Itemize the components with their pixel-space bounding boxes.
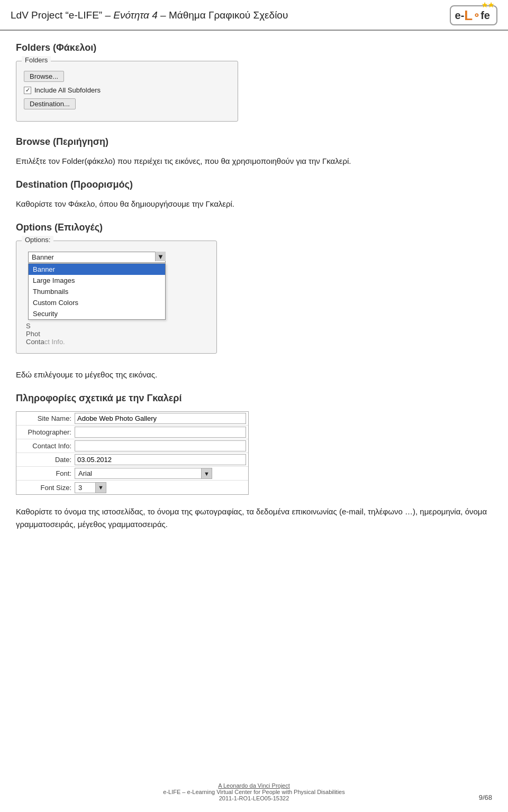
fontsize-dropdown-arrow[interactable]: ▼ (95, 483, 106, 493)
options-heading: Options (Επιλογές) (16, 222, 492, 233)
main-content: Folders (Φάκελοι) Folders Browse... ✓ In… (0, 42, 508, 556)
browse-heading: Browse (Περιήγηση) (16, 136, 492, 147)
page-number: 9/68 (479, 793, 492, 801)
dropdown-item-thumbnails[interactable]: Thumbnails (29, 286, 165, 297)
logo-e: e- (455, 10, 465, 22)
logo-area: ★★ e-L⚬fe (450, 5, 497, 25)
dropdown-item-custom-colors[interactable]: Custom Colors (29, 297, 165, 308)
gallery-row-fontsize: Font Size: 3 ▼ (16, 481, 248, 494)
footer-line2: e-LIFE – e-Learning Virtual Center for P… (0, 789, 508, 795)
gallery-label-font: Font: (16, 469, 75, 477)
gallery-input-contact[interactable] (75, 440, 246, 451)
options-dropdown-list: Banner Large Images Thumbnails Custom Co… (28, 263, 166, 320)
options-select-row: Banner ▼ Banner Large Images Thumbnails … (24, 252, 209, 263)
options-panel: Options: Banner ▼ Banner Large Images Th… (16, 241, 217, 354)
dropdown-item-banner[interactable]: Banner (29, 264, 165, 275)
destination-description: Καθορίστε τον Φάκελο, όπου θα δημιουργήσ… (16, 198, 492, 210)
folders-legend: Folders (22, 56, 51, 64)
font-select-value: Arial (75, 468, 105, 478)
options-select-arrow[interactable]: ▼ (155, 252, 166, 261)
page-footer: A Leonardo da Vinci Project e-LIFE – e-L… (0, 782, 508, 801)
font-select[interactable]: Arial ▼ (75, 468, 212, 479)
logo-person: ⚬ (473, 10, 480, 21)
header-title: LdV Project “e-LIFE” – Ενότητα 4 – Μάθημ… (11, 10, 288, 21)
options-description: Εδώ επιλέγουμε το μέγεθος της εικόνας. (16, 368, 492, 381)
subfolders-checkbox-row: ✓ Include All Subfolders (24, 86, 230, 94)
options-select-value: Banner (32, 253, 54, 261)
logo-stars: ★★ (482, 1, 494, 9)
gallery-row-contact: Contact Info: (16, 439, 248, 453)
options-row-contact: Contact Info. (26, 338, 209, 346)
gallery-row-date: Date: (16, 453, 248, 467)
gallery-row-photographer: Photographer: (16, 426, 248, 439)
destination-heading: Destination (Προορισμός) (16, 179, 492, 190)
elife-logo: ★★ e-L⚬fe (450, 5, 497, 25)
subfolders-label: Include All Subfolders (34, 86, 101, 94)
options-legend: Options: (22, 236, 53, 244)
gallery-panel: Site Name: Photographer: Contact Info: D… (16, 411, 249, 495)
gallery-description: Καθορίστε το όνομα της ιστοσελίδας, το ό… (16, 505, 492, 531)
browse-description: Επιλέξτε τον Folder(φάκελο) που περιέχει… (16, 155, 492, 168)
gallery-input-sitename[interactable] (75, 413, 246, 424)
fontsize-select-value: 3 (75, 483, 95, 493)
fontsize-select[interactable]: 3 ▼ (75, 482, 106, 493)
subfolders-checkbox[interactable]: ✓ (24, 87, 31, 94)
destination-button[interactable]: Destination... (24, 98, 76, 109)
folders-panel: Folders Browse... ✓ Include All Subfolde… (16, 61, 238, 122)
options-row-phot: Phot (26, 330, 209, 338)
options-row-s: S (26, 322, 209, 330)
gallery-input-date[interactable] (75, 454, 246, 465)
browse-button[interactable]: Browse... (24, 71, 64, 82)
dropdown-item-security[interactable]: Security (29, 308, 165, 319)
footer-line3: 2011-1-RO1-LEO05-15322 (0, 795, 508, 801)
page-header: LdV Project “e-LIFE” – Ενότητα 4 – Μάθημ… (0, 0, 508, 31)
folders-heading: Folders (Φάκελοι) (16, 42, 492, 53)
gallery-label-date: Date: (16, 456, 75, 464)
logo-fe: fe (480, 10, 490, 22)
gallery-label-fontsize: Font Size: (16, 484, 75, 492)
gallery-row-font: Font: Arial ▼ (16, 467, 248, 481)
gallery-input-photographer[interactable] (75, 427, 246, 438)
gallery-label-contact: Contact Info: (16, 442, 75, 450)
gallery-label-photographer: Photographer: (16, 428, 75, 436)
dropdown-item-large-images[interactable]: Large Images (29, 275, 165, 286)
logo-L: L (464, 8, 473, 22)
options-select-box[interactable]: Banner ▼ (28, 252, 166, 263)
gallery-row-sitename: Site Name: (16, 412, 248, 426)
options-select-container: Banner ▼ Banner Large Images Thumbnails … (28, 252, 166, 263)
font-dropdown-arrow[interactable]: ▼ (201, 468, 212, 478)
options-extra-rows: S Phot Contact Info. (24, 322, 209, 346)
gallery-label-sitename: Site Name: (16, 414, 75, 422)
footer-link[interactable]: A Leonardo da Vinci Project (218, 782, 290, 789)
gallery-heading: Πληροφορίες σχετικά με την Γκαλερί (16, 393, 492, 404)
